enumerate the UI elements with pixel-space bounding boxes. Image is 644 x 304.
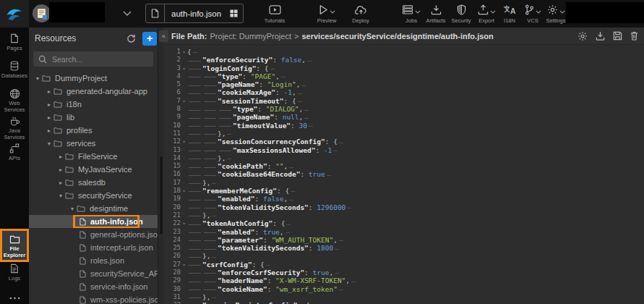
topbar-button-tutorials[interactable]: Tutorials [260,0,289,28]
topbar-button-label: Security [451,17,471,24]
chevron-collapsed-icon[interactable]: ▸ [45,88,53,95]
trailing-whitespace [303,114,309,122]
code-line-16: 16"cookieBase64Encode": true [163,170,644,178]
file-tab-label: auth-info.json [165,9,230,18]
tree-item-i18n[interactable]: ▸i18n [29,98,158,111]
line-number: 3 [163,64,181,72]
tree-item-fileservice[interactable]: ▸FileService [29,150,158,163]
indent-whitespace [202,196,218,203]
collapse-panel-button[interactable]: « [159,30,168,42]
fold-toggle-icon[interactable]: ▾ [181,138,187,145]
topbar-button-deploy[interactable]: Deploy [347,0,374,28]
indent-whitespace [187,82,202,89]
topbar-button-jobs[interactable]: Jobs [399,0,424,28]
tree-item-wm-xss-policies-json[interactable]: wm-xss-policies.json [29,293,158,304]
fold-gutter [181,105,187,113]
cloud-upload-icon [355,4,367,16]
fold-toggle-icon[interactable]: ▾ [181,219,187,227]
chevron-down-icon [415,10,421,14]
tree-item-services[interactable]: ▾services [29,137,158,150]
topbar-button-settings[interactable]: Settings [544,0,568,28]
search-input[interactable] [51,54,148,64]
chevron-expanded-icon[interactable]: ▾ [33,75,42,82]
add-resource-button[interactable]: + [142,32,157,46]
sidebar-item-label: Web Services [1,101,28,113]
sidebar-item-file-explorer[interactable]: File Explorer [2,230,27,261]
sidebar-item-logs[interactable]: Logs [0,261,29,288]
file-icon [80,296,86,304]
code-line-32: 32▾"sessionRegistryConfig": { [163,301,644,304]
chevron-collapsed-icon[interactable]: ▸ [56,166,65,173]
tree-item-lib[interactable]: ▸lib [29,111,158,124]
refresh-icon[interactable] [126,34,136,43]
tree-item-roles-json[interactable]: roles.json [29,254,158,267]
scrollbar-thumb[interactable] [160,156,163,235]
topbar-button-preview[interactable]: Preview [311,0,343,28]
topbar-button-artifacts[interactable]: Artifacts [424,0,448,28]
tree-item-intercept-urls-json[interactable]: intercept-urls.json [29,241,158,254]
indent-whitespace [202,245,218,253]
trailing-whitespace [265,261,271,269]
project-chevron-down-icon[interactable] [123,11,132,16]
sidebar-item-java-services[interactable]: Java Services [0,113,29,140]
topbar-button-security[interactable]: Security [450,0,473,28]
fold-toggle-icon[interactable]: ▾ [181,97,187,105]
sidebar-item-databases[interactable]: Databases [0,58,29,85]
sidebar-item-more[interactable] [0,288,29,303]
code-editor[interactable]: 1▾{2"enforceSecurity": false,3▾"loginCon… [163,45,644,304]
fold-toggle-icon[interactable]: ▾ [181,187,187,195]
tree-item-generated-angular-app[interactable]: ▸generated-angular-app [29,85,158,98]
open-file-tab[interactable]: auth-info.json [145,4,244,23]
fold-toggle-icon[interactable]: ▾ [181,48,187,56]
tree-item-profiles[interactable]: ▸profiles [29,124,158,137]
chevron-expanded-icon[interactable]: ▾ [56,193,65,199]
fold-toggle-icon[interactable]: ▾ [181,64,187,72]
fold-gutter [181,88,187,96]
tree-item-myjavaservice[interactable]: ▸MyJavaService [29,163,158,176]
topbar-button-vcs[interactable]: VCS [522,0,544,28]
download-icon[interactable] [596,31,605,41]
chevron-collapsed-icon[interactable]: ▸ [45,127,53,134]
tree-item-designtime[interactable]: ▾designtime [29,202,158,215]
project-icon[interactable] [32,4,51,23]
chevron-expanded-icon[interactable]: ▾ [68,206,77,212]
chevron-collapsed-icon[interactable]: ▸ [56,153,65,160]
topbar-button-export[interactable]: Export [474,0,499,28]
chevron-expanded-icon[interactable]: ▾ [45,140,53,147]
save-icon[interactable] [613,31,622,41]
gear-icon[interactable] [578,31,588,41]
fold-gutter [181,285,187,293]
sidebar-item-pages[interactable]: Pages [0,30,29,58]
tree-item-salesdb[interactable]: ▸salesdb [29,176,158,189]
grid-icon[interactable] [230,9,243,17]
code-line-14: 14}, [163,154,644,162]
tree-item-label: roles.json [90,256,124,265]
tree-item-securityservice-api-json[interactable]: securityService_API.json [29,267,158,280]
tree-item-service-info-json[interactable]: service-info.json [29,280,158,293]
topbar-button-i18n[interactable]: AI18N [500,0,519,28]
file-path-bar: File Path: Project: DummyProject > servi… [163,28,644,45]
chevron-collapsed-icon[interactable]: ▸ [56,180,65,186]
code-line-18: 18▾"rememberMeConfig": { [163,187,644,195]
trash-icon[interactable] [630,31,638,41]
search-box[interactable] [33,51,153,67]
file-icon [80,270,86,278]
tree-item-auth-info-json[interactable]: auth-info.json [29,215,158,228]
fold-gutter [181,72,187,80]
chevron-collapsed-icon[interactable]: ▸ [45,114,53,121]
tree-item-securityservice[interactable]: ▾securityService [29,189,158,202]
folder-icon [53,140,62,147]
file-path-project: Project: DummyProject [210,32,291,41]
tree-item-dummyproject[interactable]: ▾DummyProject [29,72,158,85]
fold-toggle-icon[interactable]: ▾ [181,301,187,304]
indent-whitespace [187,90,202,97]
resources-scrollbar[interactable] [158,28,163,304]
fold-toggle-icon[interactable]: ▾ [181,261,187,269]
tree-item-general-options-json[interactable]: general-options.json [29,228,158,241]
sidebar-item-apis[interactable]: APIs [0,140,29,168]
file-icon [80,244,86,252]
app-logo[interactable] [0,0,29,28]
chevron-collapsed-icon[interactable]: ▸ [45,101,53,108]
sidebar-item-web-services[interactable]: Web Services [0,85,29,113]
line-number: 6 [163,88,181,96]
